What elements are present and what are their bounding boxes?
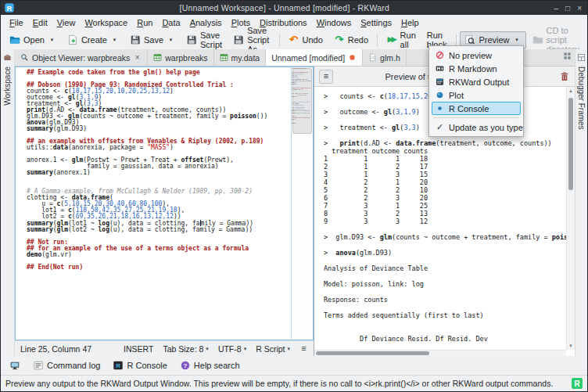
help-search-icon: ? [180,360,191,371]
editor-settings-icon[interactable]: ≡ [299,344,308,353]
magnifier-icon [20,53,29,62]
hamburger-icon: ≡ [322,72,331,81]
save-button[interactable]: Save▾ [125,31,180,49]
check-icon: ✓ [436,123,444,131]
tab-label: glm.h [380,53,400,63]
vertical-scrollbar-handle[interactable] [568,98,573,190]
menu-item-no-preview[interactable]: No preview [432,49,521,62]
menu-item-r-console[interactable]: R Console [432,102,521,115]
filetype-select[interactable]: R Script [256,344,290,354]
menu-windows[interactable]: Windows [312,16,357,29]
chevron-down-icon: ▾ [513,35,522,44]
script-editor-pane: ## Example code taken from the glm() hel… [15,67,314,356]
preview-menu-button[interactable]: ≡ [319,70,333,84]
no-preview-icon [436,51,444,59]
window-minimize-button[interactable]: – [554,4,559,13]
save-icon [186,34,197,45]
command-log-button-label: Command log [47,361,100,370]
redo-icon: ↷ [334,34,345,45]
minimap-slider[interactable] [292,68,312,134]
modified-icon[interactable] [348,53,357,62]
chevron-down-icon: ▾ [110,35,119,44]
window-title: [Unnamed Workspace] - Unnamed [modified]… [15,3,554,13]
menu-run[interactable]: Run [132,16,157,29]
trash-icon[interactable] [559,71,570,82]
menu-item-rkward-output[interactable]: RKWard Output [432,75,521,88]
workspace-icon [3,53,12,62]
close-icon[interactable]: × [133,53,142,62]
menu-edit[interactable]: Edit [28,16,52,29]
save-script-button[interactable]: Save Script [181,31,227,49]
toolview-workspace[interactable]: Workspace [3,67,12,106]
tab-object-viewer-warpbreaks[interactable]: Object Viewer: warpbreaks× [15,49,148,66]
svg-text:R: R [117,362,121,369]
create-button-label: Create [81,35,107,45]
tab-my-data[interactable]: my.data [214,49,267,66]
spreadsheet-icon [220,53,228,62]
open-button[interactable]: Open▾ [5,31,61,49]
r-console-button[interactable]: RR Console [109,358,170,372]
toolbar-separator [456,34,457,46]
redo-button[interactable]: ↷Redo [329,31,373,49]
tab-label: warpbreaks [165,53,207,63]
open-button-label: Open [23,35,45,45]
radio-selected-icon [436,104,444,113]
menu-item-r-markdown[interactable]: R Markdown [432,62,521,75]
cursor-position: Line 25, Column 47 [20,344,91,354]
menu-data[interactable]: Data [157,16,185,29]
toolview-button[interactable] [6,358,23,372]
horizontal-scrollbar[interactable] [314,350,566,356]
menu-item-plot[interactable]: Plot [432,88,521,102]
monitor-icon [9,360,20,371]
tab-glm-h[interactable]: glm.h [363,49,407,66]
folder-open-icon [9,34,20,45]
tab-warpbreaks[interactable]: warpbreaks [148,49,213,66]
menu-analysis[interactable]: Analysis [185,16,227,29]
menu-item-update-as-you-type[interactable]: ✓Update as you type [432,120,521,134]
command-log-button[interactable]: Command log [30,358,103,372]
menu-file[interactable]: File [5,16,28,29]
menu-item-label: RKWard Output [449,77,509,87]
right-dock-strip: Debugger Frames [575,49,587,356]
input-mode[interactable]: INSERT [124,344,153,354]
script-editor[interactable]: ## Example code taken from the glm() hel… [16,67,291,340]
save-icon [233,34,244,45]
save-icon [130,34,141,45]
svg-text:?: ? [183,362,187,369]
editor-minimap[interactable]: ## Example code taken from the glm() hel… [291,67,313,340]
document-icon [368,53,377,62]
menu-settings[interactable]: Settings [356,16,396,29]
window-close-button[interactable]: × [577,4,582,13]
toolbar-separator [279,34,280,46]
window-maximize-button[interactable]: □ [565,4,570,13]
menu-workspace[interactable]: Workspace [80,16,132,29]
menubar: FileEditViewWorkspaceRunDataAnalysisPlot… [1,15,587,30]
help-search-button[interactable]: ?Help search [177,358,243,372]
r-console-button-label: R Console [127,361,167,370]
toolview-debugger-frames[interactable]: Debugger Frames [577,67,586,130]
horizontal-scrollbar-handle[interactable] [316,351,429,355]
encoding-select[interactable]: UTF-8 [218,344,246,354]
scroll-up-icon[interactable]: ▲ [568,88,573,93]
toolbar-separator [377,34,378,46]
script-editor-view: ## Example code taken from the glm() hel… [15,67,314,340]
split-view-button[interactable] [563,52,572,60]
tab-label: Unnamed [modified] [271,53,345,63]
create-button[interactable]: Create▾ [63,31,124,49]
run-all-button[interactable]: ▶▶Run all [382,31,421,49]
save-script-as-button[interactable]: Save Script As [228,31,275,49]
tab-label: my.data [231,53,260,63]
menu-help[interactable]: Help [396,16,424,29]
save-button-label: Save [144,35,163,45]
r-engine-status-badge: R [572,378,583,389]
svg-text:R: R [7,5,13,13]
document-new-icon [67,34,78,45]
tab-size-select[interactable]: Tab Size: 8 [163,344,208,354]
tab-unnamed-modified[interactable]: Unnamed [modified] [266,49,363,66]
cd-to-script-directory-button: CD to script directory [528,31,587,49]
scroll-down-icon[interactable]: ▼ [568,343,573,348]
editor-statusbar: Line 25, Column 47 INSERT Tab Size: 8 UT… [15,340,314,356]
left-dock-strip: Workspace [1,49,15,356]
menu-view[interactable]: View [52,16,81,29]
undo-button[interactable]: ↶Undo [283,31,327,49]
